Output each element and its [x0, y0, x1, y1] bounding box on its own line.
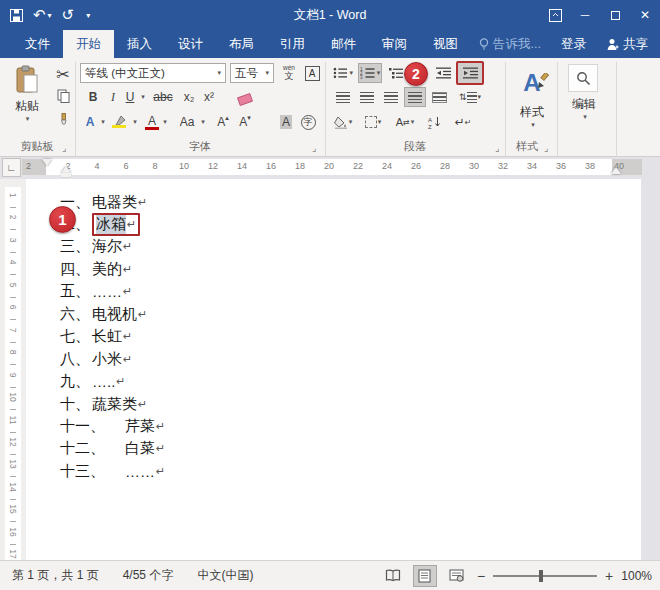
shading-button[interactable]: ▾ [330, 111, 356, 133]
cut-icon[interactable]: ✂ [52, 64, 74, 84]
paste-dropdown-icon[interactable]: ▾ [26, 115, 30, 123]
subscript-button[interactable]: x₂ [180, 87, 198, 107]
tab-文件[interactable]: 文件 [12, 30, 63, 58]
list-line[interactable]: 十、蔬菜类↵ [60, 393, 147, 415]
editing-button-label[interactable]: 编辑 [564, 96, 604, 113]
list-line[interactable]: 九、…..↵ [60, 371, 126, 393]
decrease-indent-button[interactable] [432, 63, 454, 83]
maximize-button[interactable] [600, 0, 630, 30]
asian-layout-button[interactable]: A⇄▾ [392, 111, 418, 133]
tab-引用[interactable]: 引用 [267, 30, 318, 58]
italic-button[interactable]: I [106, 87, 120, 107]
change-case-button[interactable]: Aa [176, 111, 198, 133]
line-spacing-button[interactable]: ⇅▾ [456, 87, 484, 107]
list-line[interactable]: 三、海尔↵ [60, 236, 132, 258]
sort-button[interactable]: AZ [422, 111, 446, 133]
numbering-button[interactable]: 123▾ [358, 63, 382, 83]
list-line[interactable]: 八、小米↵ [60, 348, 132, 370]
font-color-dropdown-icon[interactable]: ▾ [161, 111, 169, 133]
list-line[interactable]: 五、……↵ [60, 281, 132, 303]
increase-indent-button[interactable] [456, 61, 484, 85]
text-effects-dropdown-icon[interactable]: ▾ [99, 111, 107, 133]
align-center-button[interactable] [356, 87, 378, 107]
align-left-button[interactable] [332, 87, 354, 107]
justify-button[interactable] [404, 87, 426, 107]
tab-设计[interactable]: 设计 [165, 30, 216, 58]
paste-button[interactable]: 粘贴 ▾ [4, 61, 50, 137]
chevron-down-icon[interactable]: ▾ [265, 69, 269, 77]
list-line[interactable]: 十三、……↵ [60, 460, 165, 482]
word-count[interactable]: 4/55 个字 [111, 567, 186, 584]
list-line[interactable]: 六、电视机↵ [60, 303, 147, 325]
distribute-button[interactable] [428, 87, 450, 107]
tell-me-button[interactable]: 告诉我... [471, 36, 549, 53]
font-size-combo[interactable]: 五号 ▾ [230, 63, 274, 83]
list-line[interactable]: 一、电器类↵ [60, 191, 147, 213]
sign-in-button[interactable]: 登录 [553, 36, 594, 53]
underline-button[interactable]: U [122, 87, 138, 107]
zoom-level[interactable]: 100% [621, 569, 652, 583]
minimize-button[interactable]: ─ [570, 0, 600, 30]
list-line[interactable]: 四、美的↵ [60, 258, 132, 280]
tab-视图[interactable]: 视图 [420, 30, 471, 58]
web-layout-button[interactable] [445, 565, 469, 587]
first-line-indent-marker[interactable] [42, 159, 52, 166]
list-line[interactable]: 十二、白菜↵ [60, 438, 165, 460]
align-right-button[interactable] [380, 87, 402, 107]
right-indent-marker[interactable] [611, 167, 621, 174]
strikethrough-button[interactable]: abc [150, 87, 176, 107]
document-page[interactable]: 一、电器类↵二、冰箱↵三、海尔↵四、美的↵五、……↵六、电视机↵七、长虹↵八、小… [26, 179, 641, 560]
zoom-slider[interactable] [493, 575, 597, 577]
zoom-in-button[interactable]: + [605, 568, 613, 584]
underline-dropdown-icon[interactable]: ▾ [139, 87, 147, 107]
styles-button[interactable]: A [511, 64, 553, 102]
character-border-button[interactable]: A [302, 63, 322, 83]
print-layout-button[interactable] [413, 565, 437, 587]
zoom-slider-thumb[interactable] [539, 570, 543, 582]
superscript-button[interactable]: x² [200, 87, 218, 107]
grow-font-button[interactable]: A▴ [214, 111, 232, 133]
read-mode-button[interactable] [381, 565, 405, 587]
highlight-dropdown-icon[interactable]: ▾ [131, 111, 139, 133]
close-button[interactable]: ✕ [630, 0, 660, 30]
tab-开始[interactable]: 开始 [63, 30, 114, 58]
font-name-combo[interactable]: 等线 (中文正文) ▾ [80, 63, 226, 83]
ribbon-display-options-icon[interactable] [540, 0, 570, 30]
editing-dropdown-icon[interactable]: ▾ [579, 112, 591, 122]
font-color-button[interactable]: A [144, 111, 160, 133]
shrink-font-button[interactable]: A▾ [236, 111, 254, 133]
tab-布局[interactable]: 布局 [216, 30, 267, 58]
hanging-indent-marker[interactable] [61, 166, 71, 173]
tab-邮件[interactable]: 邮件 [318, 30, 369, 58]
format-painter-icon[interactable] [52, 110, 74, 130]
language-status[interactable]: 中文(中国) [185, 567, 265, 584]
text-effects-button[interactable]: A [82, 111, 98, 133]
list-line[interactable]: 七、长虹↵ [60, 326, 132, 348]
character-shading-button[interactable]: A [276, 111, 296, 133]
bullets-button[interactable]: ▾ [332, 63, 354, 83]
phonetic-guide-button[interactable]: wén 文 [278, 63, 300, 83]
highlight-button[interactable] [110, 111, 128, 133]
left-indent-marker[interactable] [61, 173, 71, 177]
paragraph-dialog-launcher-icon[interactable]: ⌟ [495, 143, 499, 153]
styles-button-label[interactable]: 样式 [512, 104, 552, 121]
change-case-dropdown-icon[interactable]: ▾ [199, 111, 207, 133]
clear-formatting-button[interactable] [234, 91, 256, 107]
styles-dialog-launcher-icon[interactable]: ⌟ [544, 143, 548, 153]
font-dialog-launcher-icon[interactable]: ⌟ [312, 143, 316, 153]
show-marks-button[interactable]: ↵↵ [452, 111, 474, 133]
tab-stop-selector[interactable]: ∟ [2, 158, 21, 177]
tab-审阅[interactable]: 审阅 [369, 30, 420, 58]
styles-dropdown-icon[interactable]: ▾ [527, 120, 539, 130]
bold-button[interactable]: B [84, 87, 102, 107]
borders-button[interactable]: ▾ [360, 111, 386, 133]
copy-icon[interactable] [52, 86, 74, 106]
clipboard-dialog-launcher-icon[interactable]: ⌟ [62, 143, 66, 153]
editing-button[interactable] [568, 64, 598, 92]
zoom-out-button[interactable]: − [477, 568, 485, 584]
tab-插入[interactable]: 插入 [114, 30, 165, 58]
chevron-down-icon[interactable]: ▾ [217, 69, 221, 77]
page-info[interactable]: 第 1 页，共 1 页 [0, 567, 111, 584]
enclose-characters-button[interactable]: 字 [298, 111, 318, 133]
share-button[interactable]: 共享 [598, 36, 660, 53]
